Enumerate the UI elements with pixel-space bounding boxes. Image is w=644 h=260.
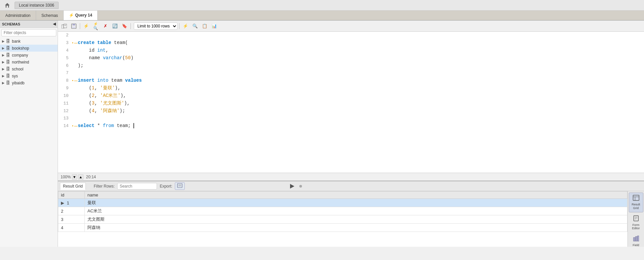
schema-label: school: [12, 67, 24, 71]
sidebar-collapse-icon[interactable]: ◀: [53, 22, 56, 26]
word-wrap-btn[interactable]: 📊: [210, 22, 219, 30]
export-label: Export:: [160, 184, 172, 189]
sidebar-item-company[interactable]: ▶🗄company: [0, 52, 58, 59]
code-line-10: 10 (2, 'AC米兰'),: [58, 92, 644, 100]
line-marker: •: [71, 39, 78, 47]
col-name[interactable]: name: [85, 192, 627, 199]
home-icon[interactable]: [3, 1, 12, 9]
right-panel-icon: [630, 236, 642, 243]
status-bar: 100% ▼ ▲ 20:14: [58, 173, 644, 181]
line-number: 2: [58, 32, 71, 39]
sidebar-item-northwind[interactable]: ▶🗄northwind: [0, 59, 58, 65]
cell-name: 曼联: [85, 199, 627, 207]
line-content: (3, '尤文图斯'),: [78, 100, 644, 107]
cell-id: ▶ 1: [58, 199, 85, 207]
bottom-tabs: Result Grid Filter Rows: Export:: [58, 181, 644, 191]
tab-schemas[interactable]: Schemas: [36, 11, 64, 20]
line-content: create table team(: [78, 39, 644, 46]
arrow-icon: ▶: [2, 39, 5, 43]
export-btn[interactable]: [175, 182, 185, 190]
line-content: id int,: [78, 47, 644, 54]
svg-rect-9: [177, 184, 182, 188]
zoom-level: 100%: [61, 175, 71, 179]
find-btn[interactable]: 🔍: [191, 22, 199, 30]
execution-dot: •: [72, 77, 77, 84]
sidebar-item-sys[interactable]: ▶🗄sys: [0, 72, 58, 79]
db-icon: 🗄: [6, 46, 10, 51]
svg-marker-12: [290, 184, 294, 189]
schema-filter-input[interactable]: [1, 29, 56, 36]
results-tbody: ▶ 1 曼联 2 AC米兰 3 尤文图斯 4 阿森纳: [58, 199, 627, 232]
sep1: [80, 23, 80, 29]
arrow-icon: ▶: [2, 81, 5, 85]
table-row[interactable]: 3 尤文图斯: [58, 215, 627, 224]
line-number: 14: [58, 122, 71, 130]
right-panel-btn-result-grid[interactable]: Result Grid: [629, 193, 643, 212]
play-button[interactable]: [287, 181, 297, 191]
code-line-12: 12 (4, '阿森纳');: [58, 107, 644, 115]
code-editor[interactable]: 2 3 • create table team( 4 id int, 5 nam…: [58, 32, 644, 173]
cell-name: AC米兰: [85, 207, 627, 215]
line-content: select * from team;: [78, 122, 644, 129]
result-grid-tab[interactable]: Result Grid: [60, 183, 86, 190]
execute-selection-btn[interactable]: ⚡🔍: [91, 22, 100, 30]
db-icon: 🗄: [6, 53, 10, 58]
line-number: 3: [58, 39, 71, 47]
cell-id: 4: [58, 224, 85, 232]
line-number: 4: [58, 47, 71, 54]
zoom-down-btn[interactable]: ▼: [72, 174, 77, 180]
sep3: [179, 23, 179, 29]
svg-rect-7: [73, 24, 75, 25]
line-number: 13: [58, 115, 71, 122]
right-panel-btn-form-editor[interactable]: Form Editor: [629, 213, 643, 233]
line-content: (1, '曼联'),: [78, 84, 644, 92]
beautify-btn[interactable]: ⚡: [181, 22, 190, 30]
stop-btn[interactable]: ✗: [101, 22, 110, 30]
filter-input[interactable]: [117, 183, 157, 190]
save-btn[interactable]: [70, 22, 78, 30]
tab-administration[interactable]: Administration: [0, 11, 36, 20]
invisible-btn[interactable]: 📋: [200, 22, 209, 30]
sidebar-item-school[interactable]: ▶🗄school: [0, 65, 58, 72]
line-content: (2, 'AC米兰'),: [78, 92, 644, 99]
sidebar-item-bookshop[interactable]: ▶🗄bookshop: [0, 45, 58, 52]
content-area: ⚡ ⚡🔍 ✗ 🔄 🔖 Limit to 1000 rows No Limit L…: [58, 21, 644, 247]
code-line-5: 5 name varchar(50): [58, 54, 644, 62]
schema-label: bookshop: [12, 46, 29, 51]
sep2: [130, 23, 131, 29]
code-line-6: 6 );: [58, 62, 644, 69]
schema-label: sys: [12, 74, 18, 78]
sidebar-header: SCHEMAS ◀: [0, 21, 58, 28]
svg-rect-16: [634, 216, 638, 221]
table-row[interactable]: ▶ 1 曼联: [58, 199, 627, 207]
arrow-icon: ▶: [2, 46, 5, 50]
col-id[interactable]: id: [58, 192, 85, 199]
cell-id: 3: [58, 215, 85, 224]
refresh2-btn[interactable]: 🔖: [120, 22, 129, 30]
code-line-3: 3 • create table team(: [58, 39, 644, 47]
zoom-up-btn[interactable]: ▲: [78, 174, 83, 180]
refresh-btn[interactable]: 🔄: [111, 22, 119, 30]
row-arrow-icon: ▶: [61, 200, 66, 205]
code-line-11: 11 (3, '尤文图斯'),: [58, 100, 644, 107]
line-number: 9: [58, 85, 71, 92]
limit-select[interactable]: Limit to 1000 rows No Limit Limit to 200…: [134, 22, 177, 30]
instance-tab[interactable]: Local instance 3306: [15, 2, 59, 9]
right-panel-btn-field-types[interactable]: Field Types: [629, 233, 643, 247]
line-number: 6: [58, 62, 71, 69]
right-panel-label: Result Grid: [630, 203, 642, 210]
right-panel-icon: [630, 215, 642, 223]
sidebar-item-yibaidb[interactable]: ▶🗄yibaidb: [0, 79, 58, 86]
code-line-4: 4 id int,: [58, 47, 644, 54]
table-row[interactable]: 2 AC米兰: [58, 207, 627, 215]
open-file-btn[interactable]: [60, 22, 69, 30]
line-marker: •: [71, 122, 78, 130]
table-row[interactable]: 4 阿森纳: [58, 224, 627, 232]
execute-btn[interactable]: ⚡: [82, 22, 90, 30]
schema-label: bank: [12, 39, 21, 44]
line-number: 10: [58, 92, 71, 100]
tab-query[interactable]: ⚡ Query 14: [64, 11, 98, 20]
code-line-7: 7: [58, 69, 644, 77]
line-number: 7: [58, 69, 71, 77]
sidebar-item-bank[interactable]: ▶🗄bank: [0, 38, 58, 45]
